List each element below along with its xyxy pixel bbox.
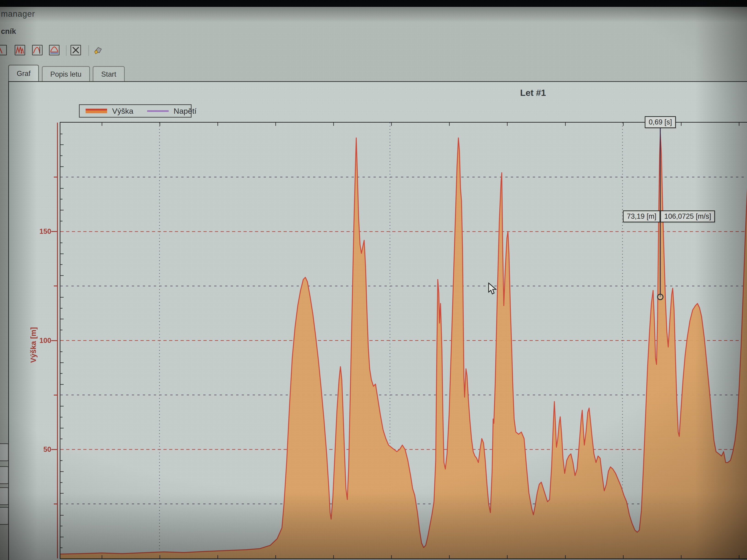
side-panel-box[interactable] (0, 466, 9, 484)
toolbar-separator (88, 45, 89, 56)
toolbar-separator (66, 45, 67, 56)
altitude-area-chart (60, 123, 747, 558)
chart-two-peaks-icon (15, 46, 25, 55)
y-axis-minor-tick (60, 242, 62, 243)
marker-line (660, 117, 661, 297)
y-axis-minor-tick (60, 493, 63, 494)
tab-start[interactable]: Start (93, 66, 125, 81)
x-axis-tick (565, 555, 566, 558)
x-axis-tick (623, 123, 624, 126)
toolbar-button-1[interactable] (0, 45, 7, 55)
y-axis-minor-tick (60, 537, 63, 537)
side-panel-box[interactable] (0, 443, 9, 461)
y-axis-tick (54, 286, 57, 286)
x-axis-tick (217, 123, 218, 126)
y-axis-minor-tick (60, 308, 62, 309)
y-tick-label: 50 (44, 445, 51, 454)
chart-panel: Let #1 Výška Napětí Výška [m] 50100150 0… (8, 81, 747, 560)
y-axis-minor-tick (60, 417, 62, 418)
toolbar-button-6[interactable] (93, 45, 103, 55)
close-x-icon (71, 46, 80, 55)
y-axis-minor-tick (60, 264, 62, 265)
toolbar-button-4[interactable] (49, 45, 59, 55)
legend-item-vyska: Výška (85, 107, 133, 115)
y-axis-minor-tick (60, 384, 63, 385)
y-axis-title: Výška [m] (29, 327, 38, 363)
chart-peak-partial-icon (0, 46, 6, 55)
plot-area[interactable]: Výška [m] 50100150 0,69 [s] 73,19 [m] 10… (60, 122, 747, 559)
chart-title: Let #1 (485, 88, 581, 98)
legend-label: Výška (112, 107, 133, 115)
toolbar (0, 45, 206, 58)
legend-label: Napětí (174, 107, 197, 115)
toolbar-button-3[interactable] (32, 45, 43, 55)
y-axis-minor-tick (60, 460, 62, 461)
mouse-cursor-icon (487, 283, 498, 296)
chart-legend: Výška Napětí (79, 104, 191, 117)
y-axis-minor-tick (60, 548, 62, 548)
x-axis-tick (449, 555, 450, 558)
x-axis-tick (449, 123, 450, 126)
side-panel-box[interactable] (0, 487, 9, 505)
y-axis-minor-tick (60, 210, 63, 210)
y-axis-tick (54, 177, 57, 178)
y-axis-minor-tick (60, 373, 62, 374)
toolbar-button-2[interactable] (15, 45, 25, 55)
x-axis-tick (102, 123, 102, 126)
tab-popis-letu[interactable]: Popis letu (42, 66, 90, 81)
y-tick-label: 150 (40, 228, 51, 236)
y-axis-minor-tick (60, 297, 63, 298)
tooltip-height: 73,19 [m] (623, 210, 660, 222)
tab-bar: Graf Popis letu Start (8, 65, 127, 82)
y-axis-tick (51, 231, 57, 232)
y-axis-minor-tick (60, 362, 63, 363)
side-panel-box[interactable] (0, 507, 9, 525)
y-axis-minor-tick (60, 188, 63, 189)
y-axis-minor-tick (60, 199, 62, 199)
y-axis-minor-tick (60, 438, 62, 439)
tooltip-time: 0,69 [s] (645, 116, 676, 128)
y-axis-minor-tick (60, 351, 62, 352)
menu-bar: cník (0, 26, 747, 37)
y-axis-tick (51, 449, 57, 450)
chart-peak-baseline-icon (50, 46, 59, 55)
y-axis-minor-tick (60, 319, 63, 319)
y-axis-minor-tick (60, 428, 63, 428)
print-icon (93, 45, 103, 55)
toolbar-button-5[interactable] (71, 45, 81, 55)
y-axis-minor-tick (60, 406, 63, 406)
window-title: manager (1, 9, 35, 19)
y-axis-minor-tick (60, 515, 63, 516)
y-axis-minor-tick (60, 275, 63, 276)
y-axis-tick (54, 395, 57, 396)
y-tick-label: 100 (40, 337, 51, 345)
x-axis-tick (159, 555, 160, 558)
marker-point[interactable] (657, 294, 664, 300)
chart-peak-cursor-icon (33, 46, 42, 55)
x-axis-tick (217, 555, 218, 558)
screen-bezel (0, 0, 747, 7)
y-axis-tick (51, 340, 57, 341)
y-axis-minor-tick (60, 166, 63, 167)
x-axis-tick (102, 555, 102, 558)
y-axis-minor-tick (60, 254, 63, 254)
menu-item[interactable]: cník (0, 27, 19, 36)
area-series-swatch-icon (85, 109, 107, 113)
legend-item-napeti: Napětí (147, 107, 197, 115)
x-axis-tick (565, 123, 566, 126)
y-axis-minor-tick (60, 330, 62, 330)
line-series-swatch-icon (147, 110, 169, 112)
x-axis-tick (623, 555, 624, 558)
y-axis-minor-tick (60, 526, 62, 526)
y-axis-minor-tick (60, 155, 62, 156)
x-axis-tick (739, 555, 740, 558)
x-axis-tick (507, 555, 508, 558)
y-axis-minor-tick (60, 144, 63, 145)
x-axis-tick (275, 555, 276, 558)
tooltip-rate: 106,0725 [m/s] (660, 210, 715, 222)
tab-graf[interactable]: Graf (8, 65, 39, 81)
y-axis-minor-tick (60, 471, 63, 472)
x-axis-tick (391, 555, 392, 558)
x-axis-tick (507, 123, 508, 126)
x-axis-tick (275, 123, 276, 126)
